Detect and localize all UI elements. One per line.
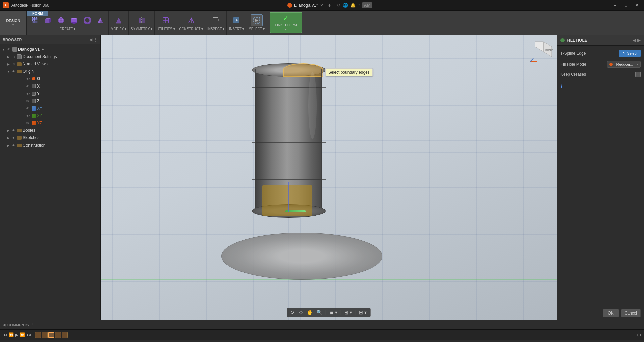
tree-sketches[interactable]: ▶ 👁 Sketches xyxy=(0,134,100,141)
vp-pan-btn[interactable]: ✋ xyxy=(306,309,314,316)
doc-settings-vis[interactable]: ⊙ xyxy=(11,54,16,59)
sketches-vis[interactable]: 👁 xyxy=(11,135,16,140)
plane-yz-vis[interactable]: 👁 xyxy=(25,121,30,125)
insert-label[interactable]: INSERT ▾ xyxy=(229,27,244,31)
axis-y-vis[interactable]: 👁 xyxy=(25,91,30,96)
vp-orbit-btn[interactable]: ⟳ xyxy=(289,309,296,316)
maximize-btn[interactable]: □ xyxy=(621,2,631,9)
keep-creases-checkbox[interactable] xyxy=(635,72,641,77)
axis-x-vis[interactable]: 👁 xyxy=(25,84,30,89)
finish-form-btn[interactable]: ✓ FINISH FORM ▾ xyxy=(270,12,302,33)
cylinder-btn[interactable] xyxy=(68,14,80,26)
tree-bodies[interactable]: ▶ 👁 Bodies xyxy=(0,127,100,134)
root-vis[interactable]: 👁 xyxy=(7,47,11,52)
viewport[interactable]: Select boundary edges RIGHT ⟳ ⊙ ✋ xyxy=(101,35,557,320)
axis-z-vis[interactable]: 👁 xyxy=(25,99,30,103)
play-btn[interactable]: ▶ xyxy=(15,332,18,337)
settings-btn[interactable]: ⚙ xyxy=(637,332,641,338)
construction-expand[interactable]: ▶ xyxy=(6,143,11,148)
construct-label[interactable]: CONSTRUCT ▾ xyxy=(179,27,203,31)
design-mode-btn[interactable]: DESIGN ▾ xyxy=(0,11,27,35)
edit-form-btn[interactable] xyxy=(29,14,41,26)
utilities-label[interactable]: UTILITIES ▾ xyxy=(157,27,175,31)
prev-btn[interactable]: ⏪ xyxy=(8,332,14,337)
timeline-item-4[interactable] xyxy=(55,332,61,338)
construction-vis[interactable]: 👁 xyxy=(11,143,16,148)
add-tab-btn[interactable]: + xyxy=(328,2,331,8)
insert-btn1[interactable] xyxy=(230,14,243,26)
pipe-btn[interactable] xyxy=(94,14,106,26)
doc-settings-expand[interactable]: ▶ xyxy=(6,54,11,59)
vp-viewcube-btn[interactable]: ⊟ ▾ xyxy=(358,309,368,316)
tree-axis-x[interactable]: 👁 X xyxy=(0,82,100,90)
comments-menu-btn[interactable]: ⋮ xyxy=(31,323,35,327)
inspect-label[interactable]: INSPECT ▾ xyxy=(207,27,224,31)
modify-btn1[interactable] xyxy=(113,14,125,26)
symmetry-btn1[interactable] xyxy=(136,14,148,26)
nav-refresh-icon[interactable]: ↺ xyxy=(337,3,341,8)
symmetry-label[interactable]: SYMMETRY ▾ xyxy=(131,27,152,31)
nav-cube[interactable]: RIGHT xyxy=(527,38,553,65)
timeline-item-3[interactable] xyxy=(48,332,54,338)
named-views-expand[interactable]: ▶ xyxy=(6,62,11,66)
minimize-btn[interactable]: – xyxy=(610,2,620,9)
root-expand[interactable]: ▼ xyxy=(1,47,6,52)
timeline-item-2[interactable] xyxy=(42,332,48,338)
ok-btn[interactable]: OK xyxy=(603,309,619,317)
tspline-select-btn[interactable]: ↖ Select xyxy=(619,50,641,57)
plane-xz-vis[interactable]: 👁 xyxy=(25,113,30,118)
form-tab-indicator[interactable]: FORM xyxy=(27,11,48,16)
user-avatar[interactable]: AM xyxy=(362,2,372,8)
browser-menu-btn[interactable]: ⋮ xyxy=(94,37,98,42)
sketches-expand[interactable]: ▶ xyxy=(6,135,11,140)
select-label[interactable]: SELECT ▾ xyxy=(249,27,265,31)
tree-plane-yz[interactable]: 👁 YZ xyxy=(0,119,100,127)
fastfwd-btn[interactable]: ⏭ xyxy=(26,332,31,337)
tree-origin-o[interactable]: 👁 O xyxy=(0,75,100,82)
root-add-btn[interactable]: + xyxy=(42,47,44,51)
tree-named-views[interactable]: ▶ ⊙ Named Views xyxy=(0,60,100,68)
tree-plane-xz[interactable]: 👁 XZ xyxy=(0,112,100,119)
tree-doc-settings[interactable]: ▶ ⊙ Document Settings xyxy=(0,53,100,60)
utilities-btn1[interactable] xyxy=(160,14,172,26)
info-icon-btn[interactable]: ℹ xyxy=(560,84,562,89)
torus-btn[interactable] xyxy=(81,14,93,26)
inspect-btn1[interactable] xyxy=(210,14,222,26)
bodies-vis[interactable]: 👁 xyxy=(11,128,16,133)
timeline-item-5[interactable] xyxy=(62,332,68,338)
rewind-btn[interactable]: ⏮ xyxy=(3,332,7,337)
box-btn[interactable] xyxy=(42,14,54,26)
next-btn[interactable]: ⏩ xyxy=(20,332,25,337)
plane-xy-vis[interactable]: 👁 xyxy=(25,106,30,111)
construct-btn1[interactable] xyxy=(185,14,197,26)
bodies-expand[interactable]: ▶ xyxy=(6,128,11,133)
tree-axis-z[interactable]: 👁 Z xyxy=(0,97,100,105)
browser-collapse-btn[interactable]: ◀ xyxy=(89,37,92,42)
nav-bell-icon[interactable]: 🔔 xyxy=(350,3,356,8)
timeline-item-1[interactable] xyxy=(35,332,41,338)
origin-vis[interactable]: 👁 xyxy=(11,69,16,74)
panel-expand-right[interactable]: ▶ xyxy=(637,38,641,43)
tree-axis-y[interactable]: 👁 Y xyxy=(0,90,100,97)
vp-display-btn[interactable]: ▣ ▾ xyxy=(328,309,339,316)
modify-label[interactable]: MODIFY ▾ xyxy=(111,27,126,31)
tree-construction[interactable]: ▶ 👁 Construction xyxy=(0,141,100,149)
cancel-btn[interactable]: Cancel xyxy=(621,309,641,317)
select-btn1[interactable] xyxy=(251,14,263,26)
named-views-vis[interactable]: ⊙ xyxy=(11,62,16,66)
origin-expand[interactable]: ▼ xyxy=(6,69,11,74)
tree-root-item[interactable]: ▼ 👁 Dianoga v1 + xyxy=(0,46,100,53)
nav-globe-icon[interactable]: 🌐 xyxy=(343,3,348,8)
fill-mode-dropdown[interactable]: Reducer... ▾ xyxy=(607,61,641,68)
vp-look-at-btn[interactable]: ⊙ xyxy=(298,309,304,316)
vp-zoom-btn[interactable]: 🔍 xyxy=(315,309,324,316)
tree-plane-xy[interactable]: 👁 XY xyxy=(0,105,100,112)
create-label[interactable]: CREATE ▾ xyxy=(60,27,76,31)
tab-close-btn[interactable]: ✕ xyxy=(320,3,323,8)
close-btn[interactable]: ✕ xyxy=(632,2,641,9)
panel-collapse-left[interactable]: ◀ xyxy=(633,38,636,43)
nav-help-icon[interactable]: ? xyxy=(358,3,360,8)
sphere-btn[interactable] xyxy=(55,14,67,26)
tree-origin[interactable]: ▼ 👁 Origin xyxy=(0,68,100,75)
vp-grid-btn[interactable]: ⊞ ▾ xyxy=(343,309,354,316)
